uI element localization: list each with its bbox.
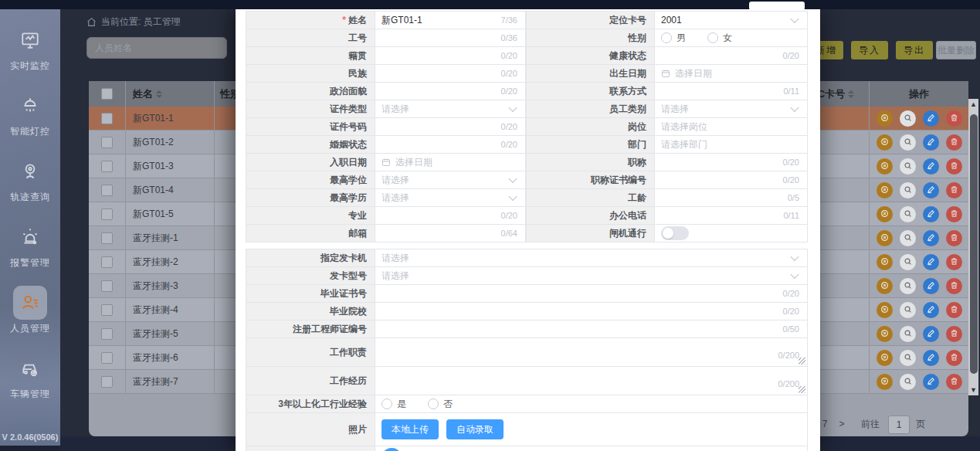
- circle-x-button[interactable]: [877, 110, 893, 127]
- resize-handle-icon[interactable]: [799, 386, 805, 393]
- toolbar-button-3[interactable]: 导出: [896, 41, 933, 59]
- form-field-性别[interactable]: 男女: [655, 29, 808, 46]
- row-checkbox[interactable]: [101, 232, 113, 244]
- form-field-联系方式[interactable]: 0/11: [655, 83, 808, 100]
- circle-x-button[interactable]: [877, 302, 893, 318]
- row-checkbox[interactable]: [101, 137, 113, 148]
- form-field-籍贯[interactable]: 0/20: [375, 47, 526, 64]
- search-button[interactable]: [900, 134, 916, 151]
- form-field-办公电话[interactable]: 0/11: [655, 207, 808, 224]
- form-field-指定发卡机[interactable]: 请选择: [375, 249, 808, 266]
- form-field-姓名[interactable]: 新GT01-17/36: [375, 12, 526, 29]
- circle-x-button[interactable]: [877, 374, 893, 390]
- form-field-发卡型号[interactable]: 请选择: [375, 267, 808, 284]
- form-field-注册工程师证编号[interactable]: 0/50: [375, 320, 808, 337]
- radio-option[interactable]: 是: [381, 398, 406, 411]
- circle-x-button[interactable]: [877, 326, 893, 342]
- form-field-职称[interactable]: 0/20: [655, 154, 808, 171]
- row-checkbox[interactable]: [101, 328, 113, 340]
- search-button[interactable]: [900, 230, 916, 246]
- form-field-工作职责[interactable]: 0/200: [375, 338, 808, 366]
- form-field-岗位[interactable]: 请选择岗位: [655, 118, 808, 135]
- auto-capture-button[interactable]: 自动录取: [446, 419, 504, 439]
- delete-button[interactable]: [946, 134, 962, 151]
- row-checkbox[interactable]: [101, 280, 113, 292]
- form-field-部门[interactable]: 请选择部门: [655, 136, 808, 153]
- form-field-政治面貌[interactable]: 0/20: [375, 83, 526, 100]
- sort-icon[interactable]: [848, 90, 854, 98]
- form-field-工龄[interactable]: 0/5: [655, 189, 808, 206]
- scroll-up-icon[interactable]: ▲: [968, 100, 978, 108]
- circle-x-button[interactable]: [877, 278, 893, 294]
- form-field-证件类型[interactable]: 请选择: [375, 100, 526, 117]
- form-field-照片[interactable]: 本地上传自动录取: [375, 413, 808, 446]
- form-field-婚姻状态[interactable]: 0/20: [375, 136, 526, 153]
- form-field-工号[interactable]: 0/36: [375, 29, 526, 46]
- edit-button[interactable]: [923, 350, 939, 366]
- form-field-定位卡号[interactable]: 2001: [655, 12, 808, 29]
- next-page-button[interactable]: >: [836, 415, 848, 432]
- sidebar-item-2[interactable]: 智能灯控: [0, 89, 60, 154]
- table-scrollbar[interactable]: ▲ ▼: [968, 99, 978, 395]
- form-field-入职日期[interactable]: 选择日期: [375, 154, 526, 171]
- edit-button[interactable]: [923, 278, 939, 294]
- search-button[interactable]: [900, 278, 916, 294]
- edit-button[interactable]: [923, 230, 939, 246]
- form-field-最高学历[interactable]: 请选择: [375, 189, 526, 206]
- form-field-民族[interactable]: 0/20: [375, 65, 526, 82]
- search-button[interactable]: [900, 254, 916, 270]
- edit-button[interactable]: [923, 110, 939, 127]
- edit-button[interactable]: [923, 254, 939, 270]
- local-upload-button[interactable]: 本地上传: [381, 419, 439, 439]
- sidebar-item-4[interactable]: 报警管理: [0, 220, 60, 286]
- circle-x-button[interactable]: [877, 350, 893, 366]
- form-field-闸机通行[interactable]: [655, 225, 808, 242]
- add-attachment-button[interactable]: +: [381, 448, 402, 451]
- edit-button[interactable]: [923, 206, 939, 222]
- circle-x-button[interactable]: [877, 134, 893, 151]
- edit-button[interactable]: [923, 182, 939, 198]
- delete-button[interactable]: [946, 278, 962, 294]
- gate-toggle[interactable]: [661, 226, 689, 240]
- radio-option[interactable]: 男: [661, 32, 686, 45]
- form-field-健康状态[interactable]: 0/20: [655, 47, 808, 64]
- scroll-down-icon[interactable]: ▼: [968, 386, 978, 394]
- delete-button[interactable]: [946, 374, 962, 390]
- search-button[interactable]: [900, 350, 916, 366]
- search-button[interactable]: [900, 206, 916, 222]
- form-field-专业[interactable]: 0/20: [375, 207, 526, 224]
- delete-button[interactable]: [946, 350, 962, 366]
- search-input[interactable]: [86, 37, 227, 59]
- row-checkbox[interactable]: [101, 161, 113, 172]
- edit-button[interactable]: [923, 158, 939, 175]
- row-checkbox[interactable]: [101, 209, 113, 220]
- sort-icon[interactable]: [156, 90, 162, 98]
- form-field-工作经历[interactable]: 0/200: [375, 367, 808, 395]
- delete-button[interactable]: [946, 206, 962, 222]
- circle-x-button[interactable]: [877, 206, 893, 222]
- delete-button[interactable]: [946, 326, 962, 342]
- scrollbar-thumb[interactable]: [970, 114, 978, 374]
- search-button[interactable]: [900, 374, 916, 390]
- form-field-3年以上化工行业经验[interactable]: 是否: [375, 395, 808, 412]
- form-field-证件号码[interactable]: 0/20: [375, 118, 526, 135]
- goto-page-input[interactable]: 1: [888, 415, 910, 434]
- sidebar-item-6[interactable]: 车辆管理: [0, 351, 60, 417]
- sidebar-item-3[interactable]: 轨迹查询: [0, 154, 60, 220]
- delete-button[interactable]: [946, 158, 962, 175]
- search-button[interactable]: [900, 182, 916, 198]
- row-checkbox[interactable]: [101, 304, 113, 316]
- edit-button[interactable]: [923, 134, 939, 151]
- form-field-最高学位[interactable]: 请选择: [375, 171, 526, 188]
- edit-button[interactable]: [923, 374, 939, 390]
- search-button[interactable]: [900, 326, 916, 342]
- select-all-checkbox[interactable]: [101, 88, 113, 100]
- sidebar-item-1[interactable]: 实时监控: [0, 23, 60, 89]
- circle-x-button[interactable]: [877, 230, 893, 246]
- row-checkbox[interactable]: [101, 376, 113, 388]
- circle-x-button[interactable]: [877, 182, 893, 198]
- delete-button[interactable]: [946, 302, 962, 318]
- resize-handle-icon[interactable]: [799, 358, 805, 365]
- delete-button[interactable]: [946, 254, 962, 270]
- delete-button[interactable]: [946, 110, 962, 127]
